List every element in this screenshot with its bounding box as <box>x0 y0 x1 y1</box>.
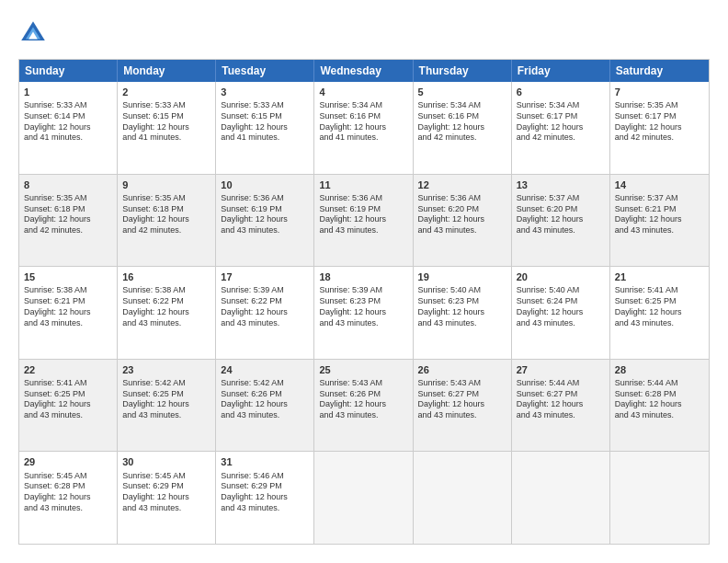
day-info: Daylight: 12 hours <box>319 399 407 410</box>
day-info: Sunset: 6:21 PM <box>615 204 704 215</box>
day-info: Sunrise: 5:43 AM <box>418 378 506 389</box>
day-number: 8 <box>24 178 112 191</box>
day-info: Sunset: 6:16 PM <box>418 111 506 122</box>
day-info: and 43 minutes. <box>24 503 112 514</box>
calendar-cell: 2Sunrise: 5:33 AMSunset: 6:15 PMDaylight… <box>118 82 216 174</box>
day-number: 10 <box>221 178 309 191</box>
calendar-cell: 16Sunrise: 5:38 AMSunset: 6:22 PMDayligh… <box>118 267 216 359</box>
day-info: and 43 minutes. <box>221 318 309 329</box>
calendar-cell <box>414 452 512 544</box>
day-info: Sunrise: 5:36 AM <box>418 193 506 204</box>
day-info: and 43 minutes. <box>517 410 605 421</box>
cal-header-day: Monday <box>118 60 216 82</box>
day-info: Sunrise: 5:36 AM <box>319 193 407 204</box>
day-info: Sunset: 6:17 PM <box>517 111 605 122</box>
day-info: and 43 minutes. <box>122 503 210 514</box>
day-number: 14 <box>615 178 704 191</box>
day-info: Daylight: 12 hours <box>319 307 407 318</box>
day-info: Daylight: 12 hours <box>24 399 112 410</box>
day-info: Daylight: 12 hours <box>122 214 210 225</box>
day-info: Daylight: 12 hours <box>122 307 210 318</box>
cal-header-day: Thursday <box>414 60 512 82</box>
day-info: Daylight: 12 hours <box>221 122 309 133</box>
calendar-cell: 11Sunrise: 5:36 AMSunset: 6:19 PMDayligh… <box>314 175 413 267</box>
day-info: and 43 minutes. <box>517 225 605 236</box>
calendar-cell: 17Sunrise: 5:39 AMSunset: 6:22 PMDayligh… <box>216 267 314 359</box>
day-info: Daylight: 12 hours <box>122 122 210 133</box>
calendar-cell: 3Sunrise: 5:33 AMSunset: 6:15 PMDaylight… <box>216 82 314 174</box>
day-info: Sunset: 6:28 PM <box>615 389 704 400</box>
day-info: and 43 minutes. <box>615 225 704 236</box>
calendar-cell: 29Sunrise: 5:45 AMSunset: 6:28 PMDayligh… <box>19 452 118 544</box>
day-info: Sunrise: 5:42 AM <box>221 378 309 389</box>
day-info: Sunset: 6:27 PM <box>418 389 506 400</box>
day-info: Sunrise: 5:35 AM <box>24 193 112 204</box>
day-info: and 41 minutes. <box>122 132 210 144</box>
day-number: 4 <box>319 86 407 98</box>
day-number: 25 <box>319 363 407 376</box>
day-info: Daylight: 12 hours <box>517 399 605 410</box>
day-info: and 43 minutes. <box>122 318 210 329</box>
calendar: SundayMondayTuesdayWednesdayThursdayFrid… <box>18 59 710 545</box>
day-info: Sunrise: 5:34 AM <box>517 100 605 111</box>
calendar-cell: 28Sunrise: 5:44 AMSunset: 6:28 PMDayligh… <box>610 360 709 452</box>
calendar-cell: 25Sunrise: 5:43 AMSunset: 6:26 PMDayligh… <box>314 360 413 452</box>
day-info: Daylight: 12 hours <box>418 399 506 410</box>
day-info: Sunset: 6:14 PM <box>24 111 112 122</box>
day-number: 22 <box>24 363 112 376</box>
day-info: Sunrise: 5:37 AM <box>517 193 605 204</box>
cal-header-day: Friday <box>512 60 610 82</box>
cal-header-day: Wednesday <box>314 60 413 82</box>
day-number: 31 <box>221 455 309 468</box>
calendar-row: 22Sunrise: 5:41 AMSunset: 6:25 PMDayligh… <box>19 359 709 452</box>
day-info: Sunset: 6:22 PM <box>122 296 210 307</box>
day-info: Sunset: 6:19 PM <box>319 204 407 215</box>
calendar-cell: 26Sunrise: 5:43 AMSunset: 6:27 PMDayligh… <box>414 360 512 452</box>
day-number: 15 <box>24 270 112 283</box>
day-info: Sunrise: 5:44 AM <box>517 378 605 389</box>
day-info: Daylight: 12 hours <box>221 307 309 318</box>
day-number: 13 <box>517 178 605 191</box>
day-info: Daylight: 12 hours <box>418 214 506 225</box>
day-number: 2 <box>122 86 210 98</box>
day-info: Sunset: 6:22 PM <box>221 296 309 307</box>
day-info: Daylight: 12 hours <box>221 492 309 503</box>
day-info: Sunrise: 5:33 AM <box>122 100 210 111</box>
day-info: Sunrise: 5:45 AM <box>122 471 210 482</box>
day-number: 12 <box>418 178 506 191</box>
day-info: Daylight: 12 hours <box>24 307 112 318</box>
day-info: Sunrise: 5:42 AM <box>122 378 210 389</box>
day-info: Daylight: 12 hours <box>517 214 605 225</box>
calendar-cell: 4Sunrise: 5:34 AMSunset: 6:16 PMDaylight… <box>314 82 413 174</box>
day-info: and 41 minutes. <box>24 132 112 144</box>
day-info: and 43 minutes. <box>122 410 210 421</box>
calendar-cell: 5Sunrise: 5:34 AMSunset: 6:16 PMDaylight… <box>414 82 512 174</box>
calendar-row: 1Sunrise: 5:33 AMSunset: 6:14 PMDaylight… <box>19 82 709 174</box>
day-number: 20 <box>517 270 605 283</box>
logo-icon <box>18 18 48 48</box>
day-info: Daylight: 12 hours <box>418 307 506 318</box>
day-info: and 43 minutes. <box>615 410 704 421</box>
header <box>18 18 710 48</box>
day-number: 11 <box>319 178 407 191</box>
day-info: and 43 minutes. <box>24 410 112 421</box>
day-info: Daylight: 12 hours <box>517 307 605 318</box>
day-info: Sunrise: 5:41 AM <box>24 378 112 389</box>
day-info: Sunset: 6:18 PM <box>24 204 112 215</box>
day-info: Sunset: 6:20 PM <box>517 204 605 215</box>
day-number: 24 <box>221 363 309 376</box>
calendar-cell: 6Sunrise: 5:34 AMSunset: 6:17 PMDaylight… <box>512 82 610 174</box>
calendar-cell: 22Sunrise: 5:41 AMSunset: 6:25 PMDayligh… <box>19 360 118 452</box>
day-info: Sunset: 6:23 PM <box>418 296 506 307</box>
day-info: Sunrise: 5:39 AM <box>319 285 407 296</box>
day-info: Daylight: 12 hours <box>221 399 309 410</box>
day-info: Sunrise: 5:41 AM <box>615 285 704 296</box>
day-info: Sunrise: 5:34 AM <box>418 100 506 111</box>
day-number: 28 <box>615 363 704 376</box>
calendar-cell: 8Sunrise: 5:35 AMSunset: 6:18 PMDaylight… <box>19 175 118 267</box>
day-info: Sunset: 6:25 PM <box>122 389 210 400</box>
day-number: 26 <box>418 363 506 376</box>
day-info: Sunrise: 5:33 AM <box>221 100 309 111</box>
day-info: Sunrise: 5:45 AM <box>24 471 112 482</box>
day-info: Sunset: 6:17 PM <box>615 111 704 122</box>
